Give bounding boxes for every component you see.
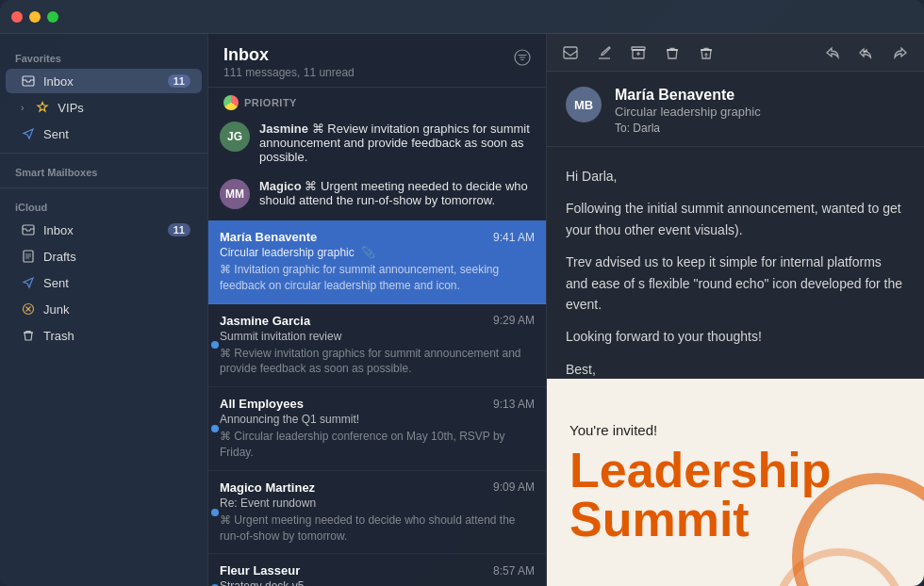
maria-sender: María Benavente [220,230,317,244]
sidebar-divider-2 [0,187,207,188]
move-to-junk-icon[interactable] [698,44,715,61]
inbox-icon [21,73,36,89]
app-window: Favorites Inbox 11 › [0,0,924,586]
message-item-magico[interactable]: Magico Martinez 9:09 AM Re: Event rundow… [208,471,546,555]
jasmine-preview: ⌘ Review invitation graphics for summit … [220,346,535,378]
message-item-fleur[interactable]: Fleur Lasseur 8:57 AM Strategy deck v5 ⌘… [208,554,546,586]
priority-section: PRIORITY [208,88,546,114]
email-body-line3: Looking forward to your thoughts! [566,326,905,347]
message-list-panel: Inbox 111 messages, 11 unread PRIORITY [207,34,547,586]
sidebar: Favorites Inbox 11 › [0,34,207,586]
vips-label: VIPs [58,101,190,115]
vips-chevron-icon: › [21,103,24,113]
message-list-subtitle: 111 messages, 11 unread [223,66,355,79]
reply-icon[interactable] [824,44,841,61]
sidebar-item-trash[interactable]: Trash [6,323,202,348]
fleur-time: 8:57 AM [493,564,535,578]
email-body-line1: Following the initial summit announcemen… [566,198,905,240]
employees-subject: Announcing the Q1 summit! [220,413,535,426]
sidebar-item-sent-favorites[interactable]: Sent [6,122,202,146]
message-item-jasmine-header: Jasmine Garcia 9:29 AM [220,314,535,328]
minimize-button[interactable] [29,11,41,23]
maximize-button[interactable] [47,11,58,23]
inbox-favorites-badge: 11 [168,74,190,88]
traffic-lights [11,11,58,23]
unread-dot-employees [211,425,219,432]
sender-avatar: MB [566,87,602,122]
toolbar-group-right [824,44,909,61]
svg-rect-0 [23,76,34,86]
icloud-label: iCloud [0,194,207,217]
inbox-favorites-label: Inbox [43,74,160,89]
maria-preview: ⌘ Invitation graphic for summit announce… [220,262,535,294]
sidebar-divider-1 [0,153,207,154]
email-body-line2: Trev advised us to keep it simple for in… [566,252,905,315]
message-list-title: Inbox [223,45,355,65]
priority-email-1[interactable]: JG Jasmine ⌘ Review invitation graphics … [208,114,546,171]
jasmine-subject: Summit invitation review [220,330,535,343]
maria-subject: Circular leadership graphic 📎 [220,246,535,259]
email-detail-header: MB María Benavente Circular leadership g… [547,72,924,147]
star-icon [35,100,50,115]
drafts-label: Drafts [43,250,190,264]
new-message-icon[interactable] [562,44,579,61]
sidebar-item-inbox-favorites[interactable]: Inbox 11 [6,69,202,93]
unread-dot-jasmine [211,341,219,349]
priority-email-2-content: Magico ⌘ Urgent meeting needed to decide… [259,179,535,207]
message-item-jasmine[interactable]: Jasmine Garcia 9:29 AM Summit invitation… [208,304,546,388]
unread-dot-magico [211,509,219,516]
attachment-icon: 📎 [361,246,375,259]
delete-icon[interactable] [664,44,681,61]
magico-sender: Magico Martinez [220,480,315,495]
message-item-maria[interactable]: María Benavente 9:41 AM Circular leaders… [208,220,546,304]
email-to: To: Darla [615,122,905,135]
svg-rect-1 [23,225,34,235]
magico-time: 9:09 AM [493,480,535,494]
fleur-sender: Fleur Lasseur [220,563,300,578]
priority-email-2[interactable]: MM Magico ⌘ Urgent meeting needed to dec… [208,171,546,217]
jasmine-sender: Jasmine Garcia [220,314,310,328]
jasmine-time: 9:29 AM [493,314,535,327]
maria-time: 9:41 AM [493,231,535,244]
message-item-all-employees[interactable]: All Employees 9:13 AM Announcing the Q1 … [208,387,546,471]
avatar-magico-priority: MM [220,179,250,209]
title-bar [0,0,924,34]
sent-favorites-icon [21,126,36,141]
employees-preview: ⌘ Circular leadership conference on May … [220,429,535,461]
trash-icon [21,328,36,343]
message-item-employees-header: All Employees 9:13 AM [220,397,535,411]
invitation-card: You're invited! Leadership Summit [547,379,924,586]
priority-sender-1: Jasmine ⌘ Review invitation graphics for… [259,122,535,164]
filter-icon[interactable] [514,49,531,70]
drafts-icon [21,249,36,264]
toolbar-group-left [562,44,715,61]
fleur-subject: Strategy deck v5 [220,579,535,586]
compose-icon[interactable] [596,44,613,61]
message-item-fleur-header: Fleur Lasseur 8:57 AM [220,563,535,578]
employees-sender: All Employees [220,397,304,411]
sidebar-item-sent-icloud[interactable]: Sent [6,270,202,295]
sent-icloud-icon [21,275,36,290]
email-detail-toolbar [547,34,924,72]
sidebar-item-vips[interactable]: › VIPs [6,95,202,120]
message-list-header: Inbox 111 messages, 11 unread [208,34,546,88]
sent-icloud-label: Sent [43,276,190,290]
archive-icon[interactable] [630,44,647,61]
sidebar-item-junk[interactable]: Junk [6,297,202,321]
invitation-invited-text: You're invited! [569,422,901,438]
email-signoff: Best, [566,359,905,379]
email-detail-panel: MB María Benavente Circular leadership g… [547,34,924,586]
favorites-section-label: Favorites [0,45,207,68]
reply-all-icon[interactable] [858,44,875,61]
inbox-icloud-badge: 11 [168,223,190,236]
email-body: Hi Darla, Following the initial summit a… [547,147,924,379]
junk-icon [21,301,36,317]
message-item-maria-header: María Benavente 9:41 AM [220,230,535,244]
sidebar-item-inbox-icloud[interactable]: Inbox 11 [6,218,202,242]
close-button[interactable] [11,11,23,23]
email-sender-name: María Benavente [615,87,905,104]
main-content: Favorites Inbox 11 › [0,34,924,586]
priority-sender-2: Magico ⌘ Urgent meeting needed to decide… [259,179,535,207]
forward-icon[interactable] [892,44,909,61]
sidebar-item-drafts[interactable]: Drafts [6,244,202,269]
